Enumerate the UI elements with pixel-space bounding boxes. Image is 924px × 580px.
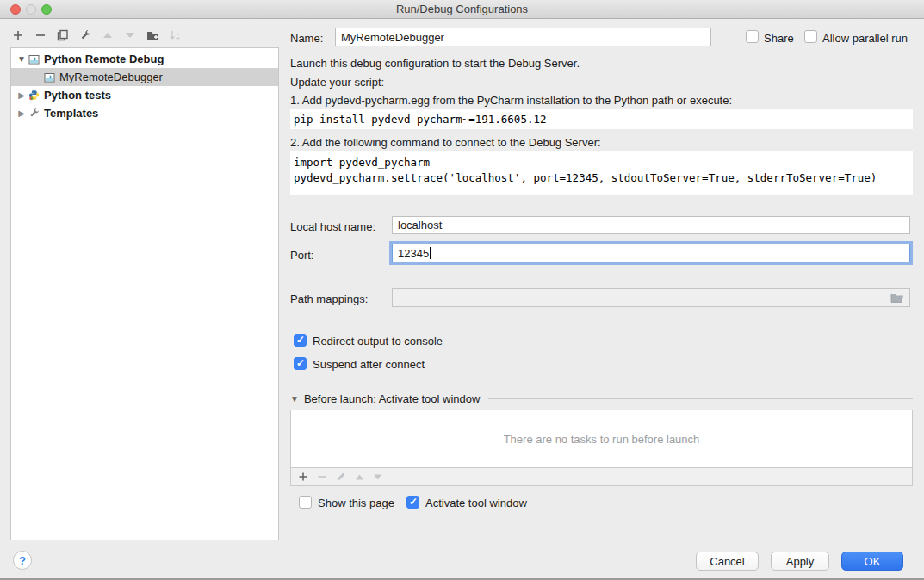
tree-item-label: Python tests <box>44 89 111 102</box>
port-value: 12345 <box>398 247 429 260</box>
chevron-right-icon[interactable]: ▶ <box>16 90 27 100</box>
chevron-right-icon[interactable]: ▶ <box>16 108 27 118</box>
cancel-button-label: Cancel <box>710 555 744 568</box>
plus-icon <box>12 29 24 41</box>
tree-item-templates[interactable]: ▶ Templates <box>11 104 278 122</box>
before-launch-section-header[interactable]: ▼ Before launch: Activate tool window <box>290 392 913 405</box>
port-label: Port: <box>290 249 313 262</box>
minus-icon <box>34 29 47 41</box>
window-title: Run/Debug Configurations <box>0 3 924 15</box>
title-bar: Run/Debug Configurations <box>0 0 924 19</box>
question-mark-icon: ? <box>19 554 26 567</box>
section-divider <box>488 398 913 399</box>
configurations-toolbar <box>10 26 183 45</box>
help-button[interactable]: ? <box>13 551 32 570</box>
ok-button[interactable]: OK <box>841 552 903 571</box>
triangle-up-icon <box>102 31 113 40</box>
copy-icon <box>57 29 69 41</box>
local-host-label: Local host name: <box>290 220 375 233</box>
name-input[interactable]: MyRemoteDebugger <box>335 28 711 46</box>
apply-button[interactable]: Apply <box>771 552 829 571</box>
move-task-down-button <box>373 473 382 481</box>
ok-button-label: OK <box>865 555 881 568</box>
edit-task-pencil-icon <box>336 472 346 482</box>
pip-install-command: pip install pydevd-pycharm~=191.6605.12 <box>294 113 547 126</box>
tree-item-label: MyRemoteDebugger <box>59 71 163 83</box>
copy-configuration-button[interactable] <box>55 28 71 43</box>
share-checkbox[interactable] <box>746 30 759 43</box>
settrace-code-block[interactable]: import pydevd_pycharm pydevd_pycharm.set… <box>290 151 913 195</box>
chevron-down-icon[interactable]: ▼ <box>16 54 27 64</box>
step1-text: 1. Add pydevd-pycharm.egg from the PyCha… <box>290 94 732 107</box>
task-toolbar <box>290 468 913 486</box>
path-mappings-input[interactable] <box>392 288 910 307</box>
remove-task-button <box>317 472 327 482</box>
text-caret <box>430 247 431 259</box>
run-debug-configurations-dialog: Run/Debug Configurations ▼ <box>0 0 924 580</box>
name-label: Name: <box>290 32 323 45</box>
triangle-down-icon <box>125 31 135 40</box>
show-this-page-checkbox[interactable] <box>299 496 312 509</box>
pip-install-code-block[interactable]: pip install pydevd-pycharm~=191.6605.12 <box>290 109 913 129</box>
path-mappings-label: Path mappings: <box>290 293 368 305</box>
before-launch-task-list[interactable]: There are no tasks to run before launch <box>290 410 913 468</box>
share-label[interactable]: Share <box>764 32 794 45</box>
remove-configuration-button[interactable] <box>33 28 48 43</box>
local-host-value: localhost <box>398 219 442 231</box>
settrace-line: pydevd_pycharm.settrace('localhost', por… <box>294 170 913 186</box>
redirect-output-label[interactable]: Redirect output to console <box>313 335 443 348</box>
remote-debug-config-icon <box>42 71 56 83</box>
cancel-button[interactable]: Cancel <box>696 552 759 571</box>
wrench-icon <box>27 108 40 120</box>
allow-parallel-run-checkbox[interactable] <box>804 30 817 43</box>
move-task-up-button <box>355 473 364 481</box>
port-input[interactable]: 12345 <box>392 244 910 262</box>
add-configuration-button[interactable] <box>10 28 26 43</box>
update-script-text: Update your script: <box>290 76 384 89</box>
tree-item-myremotedebugger[interactable]: MyRemoteDebugger <box>11 68 278 86</box>
redirect-output-checkbox[interactable] <box>294 334 307 347</box>
import-line: import pydevd_pycharm <box>294 155 913 170</box>
step2-text: 2. Add the following command to connect … <box>290 136 601 149</box>
show-this-page-label[interactable]: Show this page <box>318 497 394 509</box>
chevron-down-icon[interactable]: ▼ <box>290 394 299 404</box>
before-launch-title: Before launch: Activate tool window <box>304 392 481 405</box>
empty-tasks-text: There are no tasks to run before launch <box>504 433 700 446</box>
sort-configurations-button <box>167 28 183 43</box>
edit-defaults-button[interactable] <box>78 28 93 43</box>
move-down-button <box>122 28 138 43</box>
suspend-after-connect-label[interactable]: Suspend after connect <box>313 358 425 371</box>
sort-az-icon <box>169 30 181 41</box>
tree-item-python-remote-debug[interactable]: ▼ Python Remote Debug <box>11 50 278 68</box>
wrench-icon <box>79 29 91 41</box>
tree-item-python-tests[interactable]: ▶ Python tests <box>11 86 278 104</box>
new-folder-button[interactable] <box>145 28 160 43</box>
python-tests-icon <box>27 89 40 102</box>
activate-tool-window-label[interactable]: Activate tool window <box>425 497 527 509</box>
allow-parallel-run-label[interactable]: Allow parallel run <box>822 32 908 45</box>
apply-button-label: Apply <box>786 555 815 568</box>
folder-plus-icon <box>146 30 159 41</box>
tree-item-label: Python Remote Debug <box>44 52 164 65</box>
remote-debug-config-icon <box>27 53 40 65</box>
intro-text: Launch this debug configuration to start… <box>290 57 580 70</box>
move-up-button <box>100 28 115 43</box>
name-value: MyRemoteDebugger <box>341 31 444 44</box>
tree-item-label: Templates <box>44 107 98 120</box>
configurations-tree: ▼ Python Remote Debug MyRemoteDebugger ▶… <box>10 47 279 540</box>
activate-tool-window-checkbox[interactable] <box>406 496 419 509</box>
add-task-button[interactable] <box>298 472 308 482</box>
suspend-after-connect-checkbox[interactable] <box>294 357 307 370</box>
open-folder-icon[interactable] <box>890 293 904 303</box>
local-host-input[interactable]: localhost <box>392 216 910 234</box>
